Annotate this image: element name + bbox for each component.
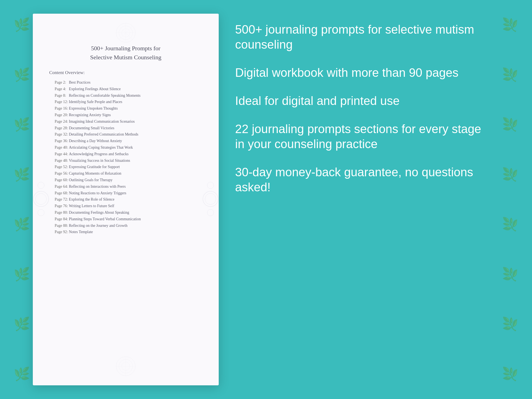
feature-text: 500+ journaling prompts for selective mu… <box>235 22 488 52</box>
page-number: Page 80: <box>55 209 69 216</box>
page-title: Reflecting on Comfortable Speaking Momen… <box>69 93 141 98</box>
toc-entry: Page 44:Acknowledging Progress and Setba… <box>55 151 202 157</box>
toc-entry: Page 40:Articulating Coping Strategies T… <box>55 144 202 151</box>
toc-entry: Page 12:Identifying Safe People and Plac… <box>55 99 202 105</box>
feature-text: 30-day money-back guarantee, no question… <box>235 165 488 195</box>
svg-point-13 <box>36 193 46 204</box>
page-number: Page 2: <box>55 79 69 86</box>
svg-point-19 <box>207 209 214 216</box>
floral-sprig: 🌿 <box>502 18 518 31</box>
svg-point-17 <box>205 193 216 204</box>
page-title: Exploring Feelings About Silence <box>69 87 121 91</box>
toc-entry: Page 2:Best Practices <box>55 79 202 86</box>
page-title: Reflecting on the Journey and Growth <box>69 224 127 228</box>
floral-sprig: 🌿 <box>502 368 518 381</box>
feature-block-1: 500+ journaling prompts for selective mu… <box>235 22 488 52</box>
feature-text: Ideal for digital and printed use <box>235 93 488 108</box>
toc-entry: Page 72:Exploring the Role of Silence <box>55 196 202 203</box>
toc-entry: Page 24:Imagining Ideal Communication Sc… <box>55 118 202 125</box>
page-number: Page 16: <box>55 105 69 112</box>
document-title: 500+ Journaling Prompts for Selective Mu… <box>49 44 202 62</box>
page-number: Page 48: <box>55 157 69 164</box>
toc-entry: Page 68:Noting Reactions to Anxiety Trig… <box>55 190 202 196</box>
feature-block-2: Digital workbook with more than 90 pages <box>235 65 488 80</box>
toc-entry: Page 76:Writing Letters to Future Self <box>55 203 202 209</box>
page-title: Articulating Coping Strategies That Work <box>69 145 133 149</box>
floral-sprig: 🌿 <box>502 318 518 331</box>
floral-sprig: 🌿 <box>502 168 518 181</box>
toc-entry: Page 84:Planning Steps Toward Verbal Com… <box>55 216 202 222</box>
svg-point-15 <box>38 209 44 216</box>
page-title: Imagining Ideal Communication Scenarios <box>69 119 135 124</box>
toc-entry: Page 92:Notes Template <box>55 229 202 235</box>
page-number: Page 40: <box>55 144 69 151</box>
floral-sprig: 🌿 <box>502 218 518 231</box>
feature-block-3: Ideal for digital and printed use <box>235 93 488 108</box>
floral-sprig: 🌿 <box>14 118 30 131</box>
toc-entry: Page 60:Outlining Goals for Therapy <box>55 177 202 183</box>
feature-text: Digital workbook with more than 90 pages <box>235 65 488 80</box>
toc-entry: Page 20:Recognizing Anxiety Signs <box>55 112 202 118</box>
page-title: Reflecting on Interactions with Peers <box>69 184 126 189</box>
floral-sprig: 🌿 <box>14 268 30 281</box>
toc-entry: Page 8:Reflecting on Comfortable Speakin… <box>55 92 202 99</box>
page-number: Page 56: <box>55 170 69 177</box>
feature-block-5: 30-day money-back guarantee, no question… <box>235 165 488 195</box>
page-number: Page 12: <box>55 99 69 105</box>
page-number: Page 76: <box>55 203 69 209</box>
content-overview-label: Content Overview: <box>49 70 202 75</box>
page-title: Documenting Feelings About Speaking <box>69 210 129 215</box>
floral-sprig: 🌿 <box>502 268 518 281</box>
floral-sprig: 🌿 <box>502 68 518 81</box>
side-deco-left <box>33 158 49 241</box>
right-panel: 500+ journaling prompts for selective mu… <box>235 22 488 208</box>
page-number: Page 72: <box>55 196 69 203</box>
toc-entry: Page 88:Reflecting on the Journey and Gr… <box>55 222 202 229</box>
toc-entry: Page 56:Capturing Moments of Relaxation <box>55 170 202 177</box>
floral-right-decoration: 🌿 🌿 🌿 🌿 🌿 🌿 🌿 🌿 <box>488 0 532 399</box>
toc-entry: Page 36:Describing a Day Without Anxiety <box>55 138 202 144</box>
page-number: Page 20: <box>55 112 69 118</box>
feature-text: 22 journaling prompts sections for every… <box>235 121 488 151</box>
page-title: Capturing Moments of Relaxation <box>69 171 121 175</box>
title-line2: Selective Mutism Counseling <box>90 54 161 61</box>
page-number: Page 4: <box>55 86 69 92</box>
feature-block-4: 22 journaling prompts sections for every… <box>235 121 488 151</box>
toc-entry: Page 48:Visualizing Success in Social Si… <box>55 157 202 164</box>
page-title: Outlining Goals for Therapy <box>69 178 113 182</box>
floral-sprig: 🌿 <box>14 68 30 81</box>
page-title: Expressing Unspoken Thoughts <box>69 106 118 110</box>
page-title: Notes Template <box>69 230 93 234</box>
title-line1: 500+ Journaling Prompts for <box>91 45 160 52</box>
page-number: Page 28: <box>55 125 69 131</box>
page-number: Page 64: <box>55 183 69 190</box>
page-number: Page 92: <box>55 229 69 235</box>
toc-entry: Page 52:Expressing Gratitude for Support <box>55 164 202 170</box>
side-deco-right <box>202 158 219 241</box>
page-title: Best Practices <box>69 80 90 84</box>
floral-sprig: 🌿 <box>14 318 30 331</box>
floral-sprig: 🌿 <box>502 118 518 131</box>
page-number: Page 44: <box>55 151 69 157</box>
toc-entry: Page 64:Reflecting on Interactions with … <box>55 183 202 190</box>
page-title: Exploring the Role of Silence <box>69 197 114 201</box>
toc-entry: Page 32:Detailing Preferred Communicatio… <box>55 131 202 138</box>
floral-sprig: 🌿 <box>14 18 30 31</box>
watermark-bottom <box>98 355 153 377</box>
page-number: Page 52: <box>55 164 69 170</box>
page-title: Visualizing Success in Social Situations <box>69 159 130 163</box>
toc-entry: Page 16:Expressing Unspoken Thoughts <box>55 105 202 112</box>
table-of-contents: Page 2:Best PracticesPage 4:Exploring Fe… <box>49 79 202 235</box>
page-number: Page 8: <box>55 92 69 99</box>
page-number: Page 24: <box>55 118 69 125</box>
page-number: Page 60: <box>55 177 69 183</box>
page-number: Page 88: <box>55 222 69 229</box>
svg-point-14 <box>38 182 44 189</box>
page-title: Writing Letters to Future Self <box>69 204 114 208</box>
floral-sprig: 🌿 <box>14 218 30 231</box>
page-title: Identifying Safe People and Places <box>69 100 122 104</box>
page-title: Expressing Gratitude for Support <box>69 165 120 169</box>
toc-entry: Page 80:Documenting Feelings About Speak… <box>55 209 202 216</box>
page-number: Page 84: <box>55 216 69 222</box>
svg-point-18 <box>207 182 214 189</box>
